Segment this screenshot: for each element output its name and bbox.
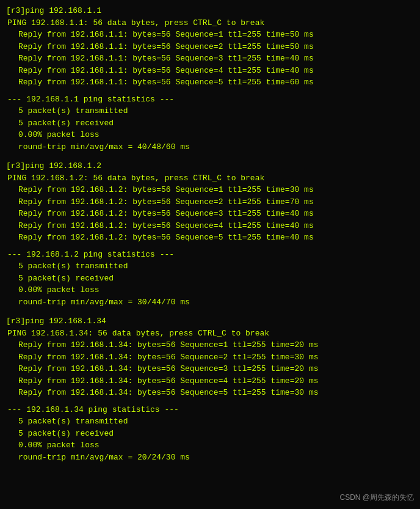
spacer bbox=[6, 89, 414, 93]
stat-line-2: 5 packet(s) received bbox=[6, 117, 414, 130]
block-spacer bbox=[6, 155, 414, 160]
stat-line-3: 0.00% packet loss bbox=[6, 284, 414, 296]
reply-line-1: Reply from 192.168.1.1: bytes=56 Sequenc… bbox=[6, 29, 414, 41]
reply-line-4: Reply from 192.168.1.2: bytes=56 Sequenc… bbox=[6, 220, 414, 232]
ping-block-ping3: [r3]ping 192.168.1.34 PING 192.168.1.34:… bbox=[6, 315, 414, 463]
ping-header: PING 192.168.1.1: 56 data bytes, press C… bbox=[6, 17, 414, 29]
command-line: [r3]ping 192.168.1.2 bbox=[6, 160, 414, 172]
block-spacer bbox=[6, 310, 414, 315]
stat-line-2: 5 packet(s) received bbox=[6, 273, 414, 285]
stat-line-3: 0.00% packet loss bbox=[6, 129, 414, 141]
reply-line-5: Reply from 192.168.1.2: bytes=56 Sequenc… bbox=[6, 232, 414, 244]
ping-block-ping2: [r3]ping 192.168.1.2 PING 192.168.1.2: 5… bbox=[6, 160, 414, 308]
reply-line-2: Reply from 192.168.1.1: bytes=56 Sequenc… bbox=[6, 41, 414, 53]
watermark: CSDN @周先森的失忆 bbox=[339, 492, 414, 503]
reply-line-5: Reply from 192.168.1.34: bytes=56 Sequen… bbox=[6, 387, 414, 399]
stat-line-4: round-trip min/avg/max = 30/44/70 ms bbox=[6, 296, 414, 309]
reply-line-2: Reply from 192.168.1.34: bytes=56 Sequen… bbox=[6, 351, 414, 364]
stat-line-2: 5 packet(s) received bbox=[6, 428, 414, 440]
stats-header: --- 192.168.1.1 ping statistics --- bbox=[6, 93, 414, 106]
stats-header: --- 192.168.1.2 ping statistics --- bbox=[6, 249, 414, 261]
reply-line-3: Reply from 192.168.1.2: bytes=56 Sequenc… bbox=[6, 208, 414, 220]
stat-line-1: 5 packet(s) transmitted bbox=[6, 416, 414, 428]
reply-line-4: Reply from 192.168.1.34: bytes=56 Sequen… bbox=[6, 375, 414, 387]
reply-line-3: Reply from 192.168.1.1: bytes=56 Sequenc… bbox=[6, 53, 414, 65]
stats-header: --- 192.168.1.34 ping statistics --- bbox=[6, 404, 414, 416]
ping-header: PING 192.168.1.34: 56 data bytes, press … bbox=[6, 328, 414, 340]
stat-line-4: round-trip min/avg/max = 40/48/60 ms bbox=[6, 141, 414, 153]
command-line: [r3]ping 192.168.1.1 bbox=[6, 5, 414, 17]
reply-line-4: Reply from 192.168.1.1: bytes=56 Sequenc… bbox=[6, 65, 414, 77]
reply-line-3: Reply from 192.168.1.34: bytes=56 Sequen… bbox=[6, 363, 414, 375]
spacer bbox=[6, 244, 414, 249]
stat-line-4: round-trip min/avg/max = 20/24/30 ms bbox=[6, 452, 414, 464]
spacer bbox=[6, 399, 414, 404]
ping-block-ping1: [r3]ping 192.168.1.1 PING 192.168.1.1: 5… bbox=[6, 5, 414, 153]
terminal-output: [r3]ping 192.168.1.1 PING 192.168.1.1: 5… bbox=[6, 5, 414, 463]
command-line: [r3]ping 192.168.1.34 bbox=[6, 315, 414, 328]
stat-line-3: 0.00% packet loss bbox=[6, 439, 414, 452]
reply-line-1: Reply from 192.168.1.34: bytes=56 Sequen… bbox=[6, 339, 414, 351]
ping-header: PING 192.168.1.2: 56 data bytes, press C… bbox=[6, 172, 414, 185]
stat-line-1: 5 packet(s) transmitted bbox=[6, 105, 414, 117]
stat-line-1: 5 packet(s) transmitted bbox=[6, 260, 414, 273]
reply-line-5: Reply from 192.168.1.1: bytes=56 Sequenc… bbox=[6, 76, 414, 89]
reply-line-1: Reply from 192.168.1.2: bytes=56 Sequenc… bbox=[6, 184, 414, 196]
reply-line-2: Reply from 192.168.1.2: bytes=56 Sequenc… bbox=[6, 196, 414, 208]
